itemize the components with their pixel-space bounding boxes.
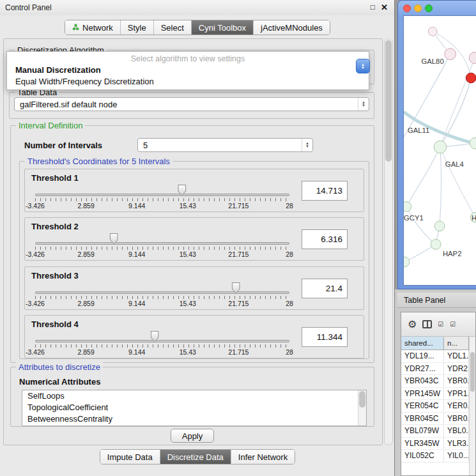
table-cell[interactable]: YIL0... bbox=[444, 450, 469, 462]
close-icon[interactable]: ✕ bbox=[381, 3, 388, 12]
table-scrollbar[interactable] bbox=[469, 337, 475, 475]
table-cell[interactable]: YDL1... bbox=[444, 350, 469, 362]
table-data-combobox[interactable]: galFiltered.sif default node ▲ ▼ bbox=[14, 97, 369, 111]
table-cell[interactable]: YIL052C bbox=[401, 450, 444, 462]
tab-jactivemnodules[interactable]: jActiveMNodules bbox=[254, 20, 330, 35]
gear-icon[interactable]: ⚙ bbox=[408, 318, 417, 330]
tab-impute-data[interactable]: Impute Data bbox=[100, 450, 160, 464]
float-window-icon[interactable]: □ bbox=[371, 3, 375, 12]
network-node[interactable] bbox=[434, 141, 447, 153]
select-checkbox-icon[interactable]: ☑ bbox=[438, 321, 444, 328]
close-traffic-light[interactable] bbox=[403, 4, 411, 12]
network-node[interactable] bbox=[404, 202, 411, 212]
algorithm-combobox-stepper[interactable]: ▲ ▼ bbox=[356, 59, 370, 73]
attribute-list-item[interactable]: TopologicalCoefficient bbox=[22, 402, 366, 413]
table-row[interactable]: YLR345WYLR3... bbox=[401, 438, 469, 450]
table-panel-title: Table Panel bbox=[404, 296, 445, 305]
tab-select[interactable]: Select bbox=[154, 20, 192, 35]
control-panel-scrollbar[interactable] bbox=[384, 38, 393, 445]
table-cell[interactable]: YBR0... bbox=[444, 375, 469, 387]
minimize-traffic-light[interactable] bbox=[414, 4, 422, 12]
tab-cyni-toolbox[interactable]: Cyni Toolbox bbox=[192, 20, 254, 35]
tab-network[interactable]: Network bbox=[65, 20, 121, 35]
dropdown-placeholder-item[interactable]: Select algorithm to view settings bbox=[7, 54, 369, 65]
dropdown-option-manual-discretization[interactable]: Manual Discretization bbox=[7, 65, 369, 76]
column-header-name[interactable]: n... bbox=[444, 337, 469, 349]
network-canvas[interactable]: GAL80GAL11GAL4GCY1HAP2H bbox=[403, 15, 476, 286]
slider-ticks bbox=[35, 296, 289, 299]
table-cell[interactable]: YPR145W bbox=[401, 388, 444, 400]
network-node[interactable] bbox=[445, 49, 456, 60]
slider-scale-label: 2.859 bbox=[77, 250, 94, 258]
attribute-list-item[interactable]: BetweennessCentrality bbox=[22, 413, 366, 425]
table-cell[interactable]: YDR27... bbox=[401, 363, 444, 375]
slider-thumb[interactable] bbox=[232, 282, 240, 293]
network-view-window[interactable]: GAL80GAL11GAL4GCY1HAP2H bbox=[397, 0, 476, 289]
list-scrollbar[interactable] bbox=[358, 390, 366, 426]
table-cell[interactable]: YLR345W bbox=[401, 438, 444, 450]
table-cell[interactable]: YBL0... bbox=[444, 425, 469, 437]
network-edge[interactable] bbox=[406, 206, 436, 244]
dropdown-option-equal-width[interactable]: Equal Width/Frequency Discretization bbox=[7, 76, 369, 88]
scrollbar-thumb[interactable] bbox=[470, 352, 475, 392]
table-row[interactable]: YBR045CYBR0... bbox=[401, 413, 469, 426]
network-edge[interactable] bbox=[406, 147, 440, 206]
table-cell[interactable]: YER0... bbox=[444, 400, 469, 412]
zoom-traffic-light[interactable] bbox=[425, 4, 433, 12]
select-all-checkbox-icon[interactable]: ☑ bbox=[450, 321, 456, 328]
apply-button[interactable]: Apply bbox=[171, 429, 214, 443]
network-node[interactable] bbox=[469, 52, 476, 64]
table-panel-header[interactable]: Table Panel bbox=[397, 293, 476, 308]
combobox-stepper[interactable]: ▲ ▼ bbox=[302, 139, 312, 151]
network-node[interactable] bbox=[404, 257, 410, 267]
network-edge[interactable] bbox=[440, 58, 475, 148]
table-row[interactable]: YIL052CYIL0... bbox=[401, 450, 469, 463]
stepper-down-icon: ▼ bbox=[362, 104, 365, 107]
network-node[interactable] bbox=[434, 221, 445, 231]
network-edge[interactable] bbox=[404, 244, 436, 262]
scrollbar-thumb[interactable] bbox=[385, 40, 392, 162]
table-cell[interactable]: YPR1... bbox=[444, 388, 469, 400]
table-cell[interactable]: YDR2... bbox=[444, 363, 469, 375]
table-row[interactable]: YDR27...YDR2... bbox=[401, 363, 469, 376]
tab-infer-network[interactable]: Infer Network bbox=[231, 450, 295, 464]
table-cell[interactable]: YBL079W bbox=[401, 425, 444, 437]
table-cell[interactable]: YBR043C bbox=[401, 375, 444, 387]
table-row[interactable]: YDL19...YDL1... bbox=[401, 350, 469, 363]
network-node[interactable] bbox=[428, 27, 437, 36]
combobox-stepper[interactable]: ▲ ▼ bbox=[358, 98, 369, 111]
table-row[interactable]: YER054CYER0... bbox=[401, 400, 469, 413]
slider-scale-label: 2.859 bbox=[77, 202, 94, 210]
network-node-label: GAL4 bbox=[445, 160, 464, 168]
scrollbar-thumb[interactable] bbox=[359, 391, 365, 408]
table-row[interactable]: YPR145WYPR1... bbox=[401, 388, 469, 401]
attribute-list-item[interactable]: SelfLoops bbox=[22, 390, 366, 402]
table-cell[interactable]: YDL19... bbox=[401, 350, 444, 362]
threshold-1-value-field[interactable]: 14.713 bbox=[302, 181, 348, 201]
network-node[interactable] bbox=[466, 73, 476, 83]
network-edge[interactable] bbox=[440, 147, 475, 217]
slider-thumb[interactable] bbox=[151, 331, 159, 342]
table-cell[interactable]: YER054C bbox=[401, 400, 444, 412]
table-row[interactable]: YBL079WYBL0... bbox=[401, 425, 469, 438]
slider-thumb[interactable] bbox=[110, 233, 118, 244]
number-of-intervals-combobox[interactable]: 5 ▲ ▼ bbox=[137, 138, 313, 152]
table-cell[interactable]: YBR0... bbox=[444, 413, 469, 425]
table-cell[interactable]: YBR045C bbox=[401, 413, 444, 425]
network-edge[interactable] bbox=[440, 147, 441, 226]
table-cell[interactable]: YLR3... bbox=[444, 438, 469, 450]
columns-icon[interactable] bbox=[422, 320, 432, 328]
numerical-attributes-list[interactable]: SelfLoopsTopologicalCoefficientBetweenne… bbox=[22, 390, 367, 426]
threshold-4-value-field[interactable]: 11.344 bbox=[302, 327, 348, 347]
network-node[interactable] bbox=[470, 137, 476, 149]
slider-thumb[interactable] bbox=[178, 185, 186, 196]
network-node[interactable] bbox=[431, 240, 441, 250]
threshold-2-value-field[interactable]: 6.316 bbox=[302, 229, 348, 249]
tab-discretize-data[interactable]: Discretize Data bbox=[160, 450, 231, 464]
slider-scale-label: 21.715 bbox=[228, 348, 249, 356]
tab-label: Impute Data bbox=[107, 452, 153, 462]
table-row[interactable]: YBR043CYBR0... bbox=[401, 375, 469, 388]
column-header-shared-name[interactable]: shared... bbox=[401, 337, 444, 349]
threshold-3-value-field[interactable]: 21.4 bbox=[302, 279, 348, 298]
tab-style[interactable]: Style bbox=[121, 20, 154, 35]
